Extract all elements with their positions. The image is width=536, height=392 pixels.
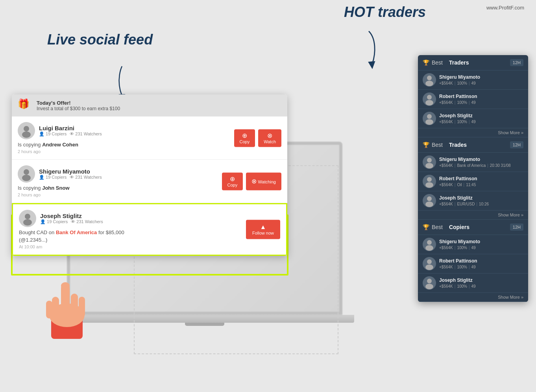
svg-point-21: [425, 245, 433, 251]
feed-item-3: Joseph Stiglitz 👤 19 Copiers 👁 231 Watch…: [12, 203, 287, 256]
best-traders-time[interactable]: 12H: [510, 59, 523, 66]
best-trades-time[interactable]: 12H: [510, 141, 523, 148]
trader-stats-1: +$564K | 100% | 49: [439, 81, 523, 85]
copier-details-3: Joseph Stiglitz +$564K | 100% | 49: [439, 277, 523, 288]
offer-title: Today's Offer!: [37, 100, 120, 106]
svg-rect-31: [52, 297, 59, 318]
best-copiers-title: 🏆 Best Copiers: [423, 224, 469, 230]
trader-name-3: Joseph Stiglitz: [439, 113, 523, 118]
copier-stats-1: +$564K | 100% | 49: [439, 246, 523, 250]
trade-details-2: Robert Pattinson +$564K | Oil | 11:45: [439, 176, 523, 187]
copier-name-3: Joseph Stiglitz: [439, 277, 523, 283]
feed-time-shigeru: 2 hours ago: [18, 192, 281, 197]
svg-point-9: [425, 81, 433, 86]
trade-row-3: Joseph Stiglitz +$564K | EUR/USD | 10:26: [418, 191, 528, 211]
watching-button-shigeru[interactable]: ⊗ Watching: [246, 172, 281, 190]
live-social-feed-label: Live social feed: [47, 31, 153, 48]
svg-point-3: [22, 131, 31, 138]
copier-row-2: Robert Pattinson +$564K | 100% | 49: [418, 254, 528, 274]
copy-icon-section: 🏆: [423, 224, 429, 230]
trader-details-3: Joseph Stiglitz +$564K | 100% | 49: [439, 113, 523, 124]
svg-point-14: [427, 158, 432, 163]
svg-point-10: [427, 95, 432, 100]
trader-avatar-1: [423, 73, 436, 87]
best-copiers-show-more[interactable]: Show More »: [418, 293, 528, 302]
watch-button-luigi[interactable]: ⊗ Watch: [258, 129, 281, 147]
trader-details-1: Shigeru Miyamoto +$564K | 100% | 49: [439, 74, 523, 85]
copier-avatar-2: [423, 257, 436, 270]
trade-avatar-2: [423, 175, 436, 188]
trade-avatar-1: [423, 155, 436, 169]
trade-details-3: Joseph Stiglitz +$564K | EUR/USD | 10:26: [439, 195, 523, 206]
copiers-joseph: 👤 19 Copiers: [40, 219, 68, 224]
svg-point-2: [24, 126, 29, 131]
best-traders-show-more[interactable]: Show More »: [418, 128, 528, 137]
feed-time-joseph: At 10:00 am: [19, 244, 280, 249]
follow-label: Follow now: [252, 231, 274, 235]
trader-row-3: Joseph Stiglitz +$564K | 100% | 49: [418, 109, 528, 128]
svg-point-5: [22, 175, 31, 181]
user-stats-joseph: 👤 19 Copiers 👁 231 Watchers: [40, 219, 103, 224]
svg-point-18: [427, 196, 432, 201]
trade-row-2: Robert Pattinson +$564K | Oil | 11:45: [418, 172, 528, 191]
user-name-joseph: Joseph Stiglitz: [40, 213, 103, 219]
social-feed-panel: 🎁 Today's Offer! Invest a total of $300 …: [12, 94, 287, 256]
offer-bar: 🎁 Today's Offer! Invest a total of $300 …: [12, 94, 287, 116]
best-trades-title: 🏆 Best Trades: [423, 142, 467, 148]
avatar-luigi: [18, 122, 35, 139]
offer-text: Today's Offer! Invest a total of $300 to…: [37, 100, 120, 111]
trade-name-1: Shigeru Miyamoto: [439, 157, 523, 162]
trader-avatar-2: [423, 92, 436, 106]
user-name-luigi: Luigi Barzini: [39, 125, 102, 131]
feed-buttons-shigeru: ⊕ Copy ⊗ Watching: [222, 172, 281, 190]
best-trades-show-more[interactable]: Show More »: [418, 211, 528, 220]
trader-row-2: Robert Pattinson +$564K | 100% | 49: [418, 90, 528, 109]
avatar-joseph: [19, 210, 36, 227]
trader-name-1: Shigeru Miyamoto: [439, 74, 523, 80]
user-info-joseph: Joseph Stiglitz 👤 19 Copiers 👁 231 Watch…: [40, 213, 103, 224]
trader-details-2: Robert Pattinson +$564K | 100% | 49: [439, 94, 523, 105]
follow-icon: ▲: [260, 224, 266, 230]
feed-buttons-joseph: ▲ Follow now: [246, 220, 280, 239]
user-stats-shigeru: 👤 19 Copiers 👁 231 Watchers: [39, 175, 102, 180]
svg-rect-32: [46, 301, 52, 318]
copier-name-1: Shigeru Miyamoto: [439, 239, 523, 244]
trade-stats-2: +$564K | Oil | 11:45: [439, 183, 523, 187]
watch-label: Watch: [264, 139, 276, 144]
watchers-joseph: 👁 231 Watchers: [71, 219, 103, 224]
trade-stats-3: +$564K | EUR/USD | 10:26: [439, 202, 523, 206]
svg-marker-1: [368, 61, 375, 69]
user-stats-luigi: 👤 19 Copiers 👁 231 Watchers: [39, 131, 102, 137]
laptop-notch: [185, 323, 224, 326]
user-name-shigeru: Shigeru Miyamoto: [39, 168, 102, 175]
svg-point-15: [425, 163, 433, 168]
copiers-luigi: 👤 19 Copiers: [39, 131, 67, 137]
chart-icon: 🏆: [423, 142, 429, 148]
copy-button-shigeru[interactable]: ⊕ Copy: [222, 172, 243, 190]
hot-traders-label: HOT traders: [344, 4, 426, 20]
copy-icon: ⊕: [242, 132, 247, 139]
copier-avatar-3: [423, 276, 436, 290]
svg-point-19: [425, 202, 433, 207]
follow-button-joseph[interactable]: ▲ Follow now: [246, 220, 280, 239]
feed-buttons-luigi: ⊕ Copy ⊗ Watch: [234, 129, 281, 147]
copy-button-luigi[interactable]: ⊕ Copy: [234, 129, 255, 147]
svg-rect-29: [71, 294, 78, 317]
copier-row-3: Joseph Stiglitz +$564K | 100% | 49: [418, 274, 528, 293]
trader-row-1: Shigeru Miyamoto +$564K | 100% | 49: [418, 70, 528, 90]
svg-point-20: [427, 240, 432, 245]
copier-stats-2: +$564K | 100% | 49: [439, 265, 523, 269]
user-info-luigi: Luigi Barzini 👤 19 Copiers 👁 231 Watcher…: [39, 125, 102, 137]
best-copiers-header: 🏆 Best Copiers 12H: [418, 220, 528, 235]
website-label: www.ProfitF.com: [486, 5, 524, 11]
svg-point-33: [61, 282, 70, 289]
best-copiers-time[interactable]: 12H: [510, 224, 523, 231]
best-trades-header: 🏆 Best Trades 12H: [418, 137, 528, 153]
arrow-hot-icon: [351, 28, 386, 71]
copier-details-2: Robert Pattinson +$564K | 100% | 49: [439, 258, 523, 269]
feed-action-joseph: Bought CAD on Bank Of America for $85,00…: [19, 229, 280, 235]
trade-stats-1: +$564K | Bank of America | 20:30 31/08: [439, 163, 523, 168]
svg-point-25: [425, 284, 433, 289]
watch-icon: ⊗: [267, 132, 272, 139]
trade-details-1: Shigeru Miyamoto +$564K | Bank of Americ…: [439, 157, 523, 168]
